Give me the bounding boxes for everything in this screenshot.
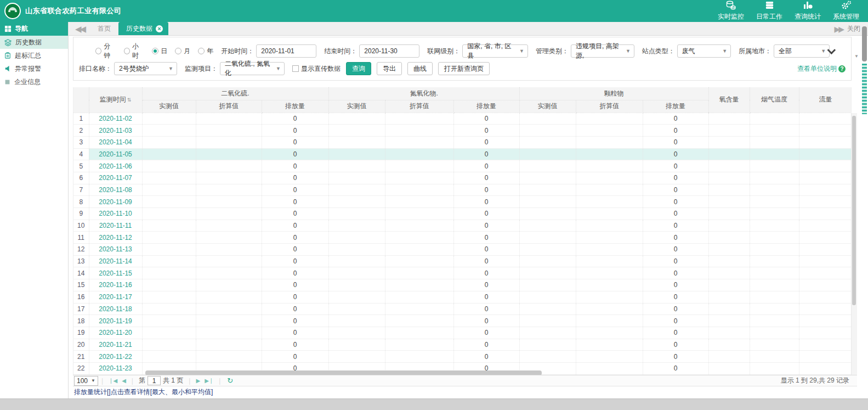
table-row[interactable]: 122020-11-13000 — [73, 244, 852, 256]
page-size-select[interactable]: 100▼ — [74, 376, 98, 386]
table-row[interactable]: 52020-11-06000 — [73, 160, 852, 172]
date-cell[interactable]: 2020-11-19 — [89, 315, 142, 327]
date-cell[interactable]: 2020-11-16 — [89, 279, 142, 291]
value-cell — [328, 113, 385, 125]
date-cell[interactable]: 2020-11-04 — [89, 136, 142, 148]
date-cell[interactable]: 2020-11-07 — [89, 172, 142, 184]
value-cell: 0 — [453, 148, 519, 160]
direct-data-checkbox[interactable] — [292, 65, 299, 72]
open-new-query-button[interactable]: 打开新查询页 — [438, 62, 490, 75]
sort-icon[interactable]: ⇅ — [127, 97, 132, 103]
curve-button[interactable]: 曲线 — [407, 62, 433, 75]
value-cell — [750, 160, 799, 172]
tab-history-data[interactable]: 历史数据 × — [118, 22, 168, 35]
city-select[interactable]: 全部▼ — [774, 44, 830, 58]
sidebar-item-异常报警[interactable]: 异常报警 — [0, 62, 68, 75]
tab-close-icon[interactable]: × — [156, 25, 163, 32]
date-cell[interactable]: 2020-11-14 — [89, 255, 142, 267]
table-row[interactable]: 202020-11-21000 — [73, 339, 852, 351]
table-row[interactable]: 92020-11-10000 — [73, 208, 852, 220]
emission-stats-link[interactable]: 排放量统计[]点击查看详情[最大、最小和平均值] — [74, 387, 213, 397]
table-row[interactable]: 142020-11-15000 — [73, 267, 852, 279]
tabs-scroll-right-icon[interactable]: ▶▶ — [834, 25, 843, 33]
page-number-input[interactable]: 1 — [147, 376, 161, 385]
date-cell[interactable]: 2020-11-13 — [89, 244, 142, 256]
value-cell: 0 — [262, 172, 328, 184]
date-cell[interactable]: 2020-11-20 — [89, 327, 142, 339]
table-row[interactable]: 152020-11-16000 — [73, 279, 852, 291]
table-row[interactable]: 62020-11-07000 — [73, 172, 852, 184]
brand: 山东省联合农药工业有限公司 — [4, 3, 122, 19]
unit-help-link[interactable]: 查看单位说明 ? — [797, 64, 846, 74]
time-column-header[interactable]: 监测时间⇅ — [89, 87, 142, 113]
table-row[interactable]: 102020-11-11000 — [73, 220, 852, 232]
table-row[interactable]: 112020-11-12000 — [73, 232, 852, 244]
refresh-icon[interactable]: ↻ — [227, 377, 233, 385]
manage-type-select[interactable]: 违规项目, 高架源,▼ — [571, 44, 634, 58]
table-row[interactable]: 172020-11-18000 — [73, 303, 852, 315]
table-row[interactable]: 162020-11-17000 — [73, 291, 852, 303]
page-scrollbar-thumb[interactable] — [862, 26, 867, 61]
tab-home[interactable]: 首页 — [90, 22, 118, 35]
panel-caret-icon[interactable]: ▼ — [854, 54, 859, 59]
date-cell[interactable]: 2020-11-10 — [89, 208, 142, 220]
table-row[interactable]: 42020-11-05000 — [73, 148, 852, 160]
date-cell[interactable]: 2020-11-23 — [89, 362, 142, 374]
sidebar-item-历史数据[interactable]: 历史数据 — [0, 36, 68, 49]
table-row[interactable]: 32020-11-04000 — [73, 136, 852, 148]
date-cell[interactable]: 2020-11-15 — [89, 267, 142, 279]
table-row[interactable]: 132020-11-14000 — [73, 255, 852, 267]
value-cell — [519, 113, 576, 125]
date-cell[interactable]: 2020-11-11 — [89, 220, 142, 232]
query-button[interactable]: 查询 — [346, 62, 371, 75]
table-row[interactable]: 22020-11-03000 — [73, 125, 852, 137]
topnav-drawer[interactable]: 日常工作 — [756, 1, 782, 21]
topnav-database[interactable]: 实时监控 — [718, 1, 744, 21]
table-row[interactable]: 72020-11-08000 — [73, 184, 852, 196]
table-row[interactable]: 12020-11-02000 — [73, 113, 852, 125]
date-cell[interactable]: 2020-11-08 — [89, 184, 142, 196]
period-radio-日[interactable]: 日 — [152, 47, 167, 56]
table-row[interactable]: 212020-11-22000 — [73, 351, 852, 363]
date-cell[interactable]: 2020-11-22 — [89, 351, 142, 363]
date-cell[interactable]: 2020-11-18 — [89, 303, 142, 315]
export-button[interactable]: 导出 — [377, 62, 402, 75]
date-cell[interactable]: 2020-11-17 — [89, 291, 142, 303]
end-time-input[interactable]: 2020-11-30 — [359, 44, 419, 58]
sidebar-item-企业信息[interactable]: 企业信息 — [0, 75, 68, 88]
topnav-gears[interactable]: 系统管理 — [833, 1, 859, 21]
period-radio-月[interactable]: 月 — [175, 47, 190, 56]
date-cell[interactable]: 2020-11-05 — [89, 148, 142, 160]
first-page-icon[interactable]: ❘◀ — [109, 378, 117, 384]
period-radio-年[interactable]: 年 — [198, 47, 213, 56]
date-cell[interactable]: 2020-11-21 — [89, 339, 142, 351]
tabs-scroll-left-icon[interactable]: ◀◀ — [69, 23, 90, 35]
date-cell[interactable]: 2020-11-09 — [89, 196, 142, 208]
close-tabs-button[interactable]: 关闭 — [847, 24, 860, 33]
monitor-item-select[interactable]: 二氧化硫., 氮氧化▼ — [220, 62, 285, 75]
date-cell[interactable]: 2020-11-02 — [89, 113, 142, 125]
last-page-icon[interactable]: ▶❘ — [205, 378, 213, 384]
period-radio-小时[interactable]: 小时 — [124, 42, 145, 60]
table-row[interactable]: 82020-11-09000 — [73, 196, 852, 208]
date-cell[interactable]: 2020-11-12 — [89, 232, 142, 244]
date-cell[interactable]: 2020-11-03 — [89, 125, 142, 137]
outlet-select[interactable]: 2号焚烧炉▼ — [114, 62, 177, 75]
value-cell — [799, 267, 852, 279]
site-type-label: 站点类型： — [642, 47, 675, 56]
value-cell: 0 — [262, 125, 328, 137]
table-row[interactable]: 192020-11-20000 — [73, 327, 852, 339]
topnav-bar-chart[interactable]: 查询统计 — [795, 1, 821, 21]
table-row[interactable]: 182020-11-19000 — [73, 315, 852, 327]
prev-page-icon[interactable]: ◀ — [122, 378, 126, 384]
period-radio-分钟[interactable]: 分钟 — [95, 42, 116, 60]
next-page-icon[interactable]: ▶ — [196, 378, 200, 384]
value-cell: 0 — [453, 291, 519, 303]
site-type-select[interactable]: 废气▼ — [677, 44, 731, 58]
sidebar-item-超标汇总[interactable]: 超标汇总 — [0, 49, 68, 62]
network-level-select[interactable]: 国家, 省, 市, 区县▼ — [462, 44, 528, 58]
table-vscrollbar-thumb[interactable] — [852, 116, 856, 305]
value-cell — [519, 160, 576, 172]
date-cell[interactable]: 2020-11-06 — [89, 160, 142, 172]
start-time-input[interactable]: 2020-11-01 — [256, 44, 316, 58]
